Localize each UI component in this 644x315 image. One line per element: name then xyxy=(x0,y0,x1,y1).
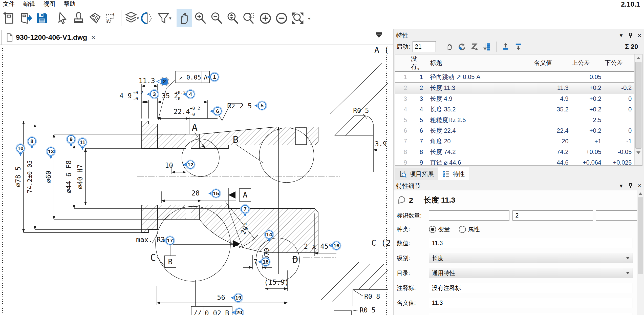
dim-11-3: 11.3 xyxy=(139,77,155,85)
scroll-up-icon[interactable] xyxy=(635,54,642,62)
toolbar-collapse-button[interactable]: ◂ xyxy=(306,9,314,27)
value-input[interactable] xyxy=(429,238,633,248)
balloon-11[interactable]: 11 xyxy=(78,138,87,150)
document-area: 930-1200-406-V1.dwg × xyxy=(0,29,393,315)
marquee-select-button[interactable]: 1A xyxy=(103,9,119,27)
z-order-icon[interactable] xyxy=(469,42,480,52)
balloon-15[interactable]: 15 xyxy=(208,189,221,198)
tag-button[interactable] xyxy=(87,9,103,27)
layers-icon xyxy=(126,12,136,22)
mirror-split-button[interactable] xyxy=(140,9,156,27)
tab-overflow-button[interactable] xyxy=(375,32,383,40)
id-count-input-2[interactable] xyxy=(512,210,593,221)
stamp-button[interactable] xyxy=(71,9,87,27)
balloon-18[interactable]: 18 xyxy=(258,257,270,266)
balloon-3[interactable]: 3 xyxy=(147,90,159,99)
table-row[interactable]: 88长度 74.274.2+0.05-0.05 xyxy=(395,147,635,157)
field-value: 数值: xyxy=(397,238,633,248)
zoom-fit-button[interactable] xyxy=(290,9,306,27)
tab-close-icon[interactable]: × xyxy=(90,33,96,42)
filter-caret-icon: ▾ xyxy=(169,15,171,21)
table-row-selected[interactable]: 22长度 11.311.3+0.2-0.2 xyxy=(395,83,635,93)
open-document-button[interactable] xyxy=(18,9,34,27)
select-button[interactable] xyxy=(55,9,70,27)
panel-tabs: 项目拓展 特性 xyxy=(395,167,644,180)
field-nominal: 名义值: xyxy=(397,298,633,308)
panel-close-icon[interactable]: ✕ xyxy=(637,32,642,38)
panel-dropdown-icon[interactable]: ▼ xyxy=(619,183,624,189)
sort-list-icon[interactable] xyxy=(482,42,492,52)
flange-upper xyxy=(142,121,158,148)
fcf-bottom-symbol: // xyxy=(194,309,202,315)
zoom-out-button[interactable] xyxy=(209,9,225,27)
menu-file[interactable]: 文件 xyxy=(3,0,15,8)
pin-icon[interactable] xyxy=(628,33,633,38)
new-document-icon xyxy=(4,12,13,23)
move-top-icon[interactable] xyxy=(501,42,511,52)
drawing-canvas[interactable]: 11.3 4 9 +0 2 -0 35 2 +0.2 -0 22.4 +0 2 … xyxy=(1,45,392,315)
upper-tolerance-input[interactable] xyxy=(429,313,633,315)
nominal-input[interactable] xyxy=(429,298,633,308)
pin-icon[interactable] xyxy=(628,183,633,189)
table-row[interactable]: 66长度 22.422.4+0.20 xyxy=(395,125,635,136)
view-label-d: D xyxy=(292,254,298,265)
note-input[interactable] xyxy=(429,283,633,293)
document-tab[interactable]: 930-1200-406-V1.dwg × xyxy=(2,30,101,45)
detail-item-header: 2 长度 11.3 xyxy=(398,195,633,205)
balloon-19[interactable]: 19 xyxy=(231,293,243,302)
menu-help[interactable]: 帮助 xyxy=(64,0,75,8)
table-row[interactable]: 99直径 ⌀ 44.644.6+0.064+0.025 xyxy=(395,157,635,166)
increase-button[interactable] xyxy=(257,9,273,27)
details-scrollbar[interactable] xyxy=(637,190,644,315)
balloon-marker-icon xyxy=(398,196,405,205)
table-row[interactable]: 11径向跳动 ↗ 0.05 A0.05 xyxy=(395,71,635,83)
dia-44-6: ⌀44 6 F8 xyxy=(65,160,73,193)
pick-hand-icon[interactable] xyxy=(444,42,454,52)
id-count-input-1[interactable] xyxy=(429,210,509,221)
zoom-window-button[interactable] xyxy=(241,9,257,27)
save-button[interactable] xyxy=(34,9,50,27)
filter-button[interactable]: ▾ xyxy=(156,9,172,27)
panel-close-icon[interactable]: ✕ xyxy=(637,183,642,189)
dia-60: ⌀60 xyxy=(45,171,52,183)
menu-view[interactable]: 视图 xyxy=(44,0,55,8)
table-scrollbar[interactable] xyxy=(634,54,642,165)
radio-variable-checked[interactable] xyxy=(429,226,436,233)
table-row[interactable]: 77角度 2020+1-1 xyxy=(395,136,635,147)
svg-text:9: 9 xyxy=(70,136,73,142)
tab-project-expand[interactable]: 项目拓展 xyxy=(395,168,438,180)
decrease-button[interactable] xyxy=(274,9,289,27)
table-row[interactable]: 33长度 4.94.9+0.20 xyxy=(395,93,635,104)
table-row[interactable]: 44长度 35.235.2+0.20 xyxy=(395,104,635,115)
datum-a-label: A xyxy=(243,190,247,199)
table-row[interactable]: 55粗糙度Rz 2.52.5 xyxy=(395,115,635,125)
level-select[interactable]: 长度 xyxy=(429,253,633,263)
balloon-2-selected[interactable]: 2 xyxy=(157,77,169,86)
new-document-button[interactable] xyxy=(2,9,17,27)
zoom-vertical-button[interactable] xyxy=(225,9,241,27)
scroll-down-icon[interactable] xyxy=(635,149,642,156)
scrollbar-thumb[interactable] xyxy=(638,198,643,274)
radio-attribute[interactable] xyxy=(459,226,466,233)
pan-button[interactable] xyxy=(177,9,192,27)
move-bottom-icon[interactable] xyxy=(513,42,523,52)
panel-dropdown-icon[interactable]: ▼ xyxy=(619,33,624,38)
scrollbar-thumb[interactable] xyxy=(635,62,641,149)
layers-button[interactable]: ▾ xyxy=(124,9,139,27)
details-panel: 特性细节 ▼ ✕ 2 长度 11.3 标识数量: xyxy=(394,181,644,315)
zoom-in-button[interactable] xyxy=(193,9,208,27)
sum-count: Σ 20 xyxy=(625,43,642,51)
scroll-up-icon[interactable] xyxy=(637,190,644,197)
tab-properties[interactable]: 特性 xyxy=(438,167,469,180)
svg-text:2: 2 xyxy=(163,78,166,84)
catalog-select[interactable]: 通用特性 xyxy=(429,268,633,278)
balloon-6[interactable]: 6 xyxy=(210,107,222,116)
rotate-icon[interactable] xyxy=(457,42,467,52)
start-input[interactable] xyxy=(413,41,436,52)
balloon-5[interactable]: 5 xyxy=(254,101,267,110)
balloon-20[interactable]: 20 xyxy=(232,308,244,315)
dimension-texts: 11.3 4 9 +0 2 -0 35 2 +0.2 -0 22.4 +0 2 … xyxy=(14,45,391,315)
selection-border xyxy=(3,47,387,315)
menu-edit[interactable]: 编辑 xyxy=(23,0,35,8)
part-section xyxy=(142,121,318,253)
